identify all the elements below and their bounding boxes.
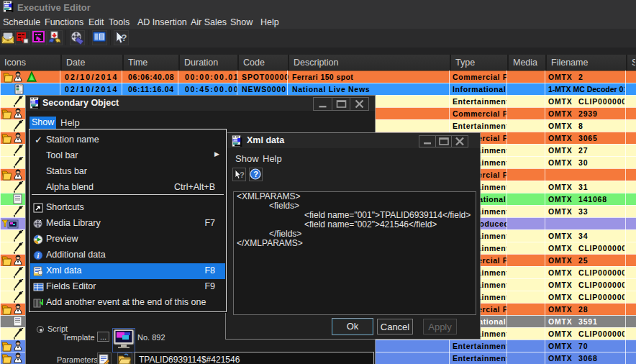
svg-text:?: ? [240, 170, 245, 179]
svg-text:i: i [37, 252, 39, 260]
svg-text:?: ? [122, 32, 127, 43]
svg-text:?: ? [253, 170, 258, 178]
